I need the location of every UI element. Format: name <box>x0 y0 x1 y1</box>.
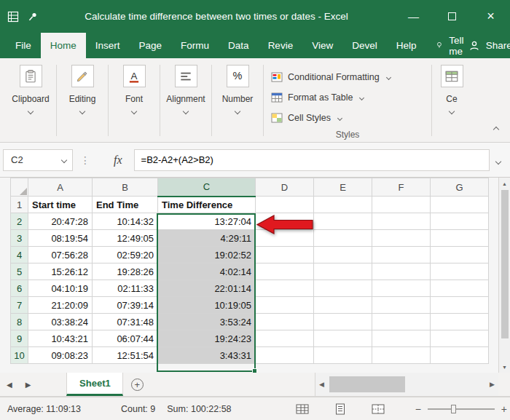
cell-E8[interactable] <box>314 314 372 330</box>
select-all-button[interactable] <box>11 178 28 197</box>
cell-D4[interactable] <box>256 247 314 264</box>
tab-formu[interactable]: Formu <box>171 33 219 58</box>
cell-C10[interactable]: 3:43:31 <box>158 347 256 364</box>
column-header-c[interactable]: C <box>158 178 256 197</box>
cell-A7[interactable]: 21:20:09 <box>28 297 93 314</box>
row-header-4[interactable]: 4 <box>11 247 28 264</box>
page-layout-view-icon[interactable] <box>334 403 347 415</box>
cell-A9[interactable]: 10:43:21 <box>28 330 93 347</box>
cell-F9[interactable] <box>372 330 431 347</box>
column-header-d[interactable]: D <box>256 178 314 197</box>
cell-B10[interactable]: 12:51:54 <box>93 347 158 364</box>
conditional-formatting-button[interactable]: Conditional Formatting <box>266 67 429 87</box>
cell-G2[interactable] <box>431 213 489 230</box>
collapse-ribbon-button[interactable] <box>492 119 501 137</box>
cell-C2[interactable]: 13:27:04 <box>158 213 256 230</box>
cell-B3[interactable]: 12:49:05 <box>93 230 158 247</box>
close-button[interactable]: × <box>471 0 510 33</box>
horizontal-scroll-thumb[interactable] <box>329 376 405 392</box>
cell-D1[interactable] <box>256 197 314 213</box>
cell-B5[interactable]: 19:28:26 <box>93 264 158 280</box>
horizontal-scroll-track[interactable] <box>328 373 486 396</box>
column-header-a[interactable]: A <box>28 178 93 197</box>
cell-A4[interactable]: 07:56:28 <box>28 247 93 264</box>
cell-D8[interactable] <box>256 314 314 330</box>
cell-B2[interactable]: 10:14:32 <box>93 213 158 230</box>
column-header-b[interactable]: B <box>93 178 158 197</box>
cell-C7[interactable]: 10:19:05 <box>158 297 256 314</box>
cell-F4[interactable] <box>372 247 431 264</box>
tab-help[interactable]: Help <box>387 33 426 58</box>
cell-C8[interactable]: 3:53:24 <box>158 314 256 330</box>
scroll-left-icon[interactable]: ◀ <box>315 381 328 388</box>
sheet-prev-icon[interactable]: ◀ <box>0 373 19 396</box>
zoom-in-icon[interactable]: + <box>501 403 507 415</box>
cell-G4[interactable] <box>431 247 489 264</box>
format-as-table-button[interactable]: Format as Table <box>266 87 429 108</box>
column-header-e[interactable]: E <box>314 178 372 197</box>
cell-C9[interactable]: 19:24:23 <box>158 330 256 347</box>
cell-A5[interactable]: 15:26:12 <box>28 264 93 280</box>
cell-G5[interactable] <box>431 264 489 280</box>
row-header-2[interactable]: 2 <box>11 213 28 230</box>
cell-B7[interactable]: 07:39:14 <box>93 297 158 314</box>
cell-F2[interactable] <box>372 213 431 230</box>
cell-F10[interactable] <box>372 347 431 364</box>
cell-E2[interactable] <box>314 213 372 230</box>
cell-B8[interactable]: 07:31:48 <box>93 314 158 330</box>
cell-G3[interactable] <box>431 230 489 247</box>
normal-view-icon[interactable] <box>296 403 309 415</box>
zoom-slider-thumb[interactable] <box>451 405 456 413</box>
cell-G1[interactable] <box>431 197 489 213</box>
cell-E10[interactable] <box>314 347 372 364</box>
zoom-out-icon[interactable]: − <box>415 403 421 415</box>
cell-F8[interactable] <box>372 314 431 330</box>
cell-A8[interactable]: 03:38:24 <box>28 314 93 330</box>
tab-page[interactable]: Page <box>130 33 172 58</box>
cell-E6[interactable] <box>314 280 372 297</box>
name-box[interactable]: C2 <box>3 149 73 171</box>
row-header-3[interactable]: 3 <box>11 230 28 247</box>
scroll-down-icon[interactable]: ▼ <box>499 361 510 373</box>
cell-D9[interactable] <box>256 330 314 347</box>
row-header-7[interactable]: 7 <box>11 297 28 314</box>
cell-A3[interactable]: 08:19:54 <box>28 230 93 247</box>
sheet-tab-sheet1[interactable]: Sheet1 <box>66 373 123 396</box>
column-header-f[interactable]: F <box>372 178 431 197</box>
formula-input[interactable]: =B2-A2+(A2>B2) <box>134 149 490 171</box>
tab-revie[interactable]: Revie <box>259 33 303 58</box>
cell-D2[interactable] <box>256 213 314 230</box>
cell-D3[interactable] <box>256 230 314 247</box>
cell-C5[interactable]: 4:02:14 <box>158 264 256 280</box>
cell-D5[interactable] <box>256 264 314 280</box>
column-header-g[interactable]: G <box>431 178 489 197</box>
minimize-button[interactable]: — <box>394 0 433 33</box>
cell-C3[interactable]: 4:29:11 <box>158 230 256 247</box>
cell-B1[interactable]: End Time <box>93 197 158 213</box>
cell-A6[interactable]: 04:10:19 <box>28 280 93 297</box>
tell-me-button[interactable]: Tell me <box>436 33 468 58</box>
page-break-preview-icon[interactable] <box>372 403 385 415</box>
vertical-scroll-thumb[interactable] <box>501 190 509 338</box>
cell-E3[interactable] <box>314 230 372 247</box>
row-header-1[interactable]: 1 <box>11 197 28 213</box>
zoom-slider[interactable] <box>428 408 495 410</box>
tab-home[interactable]: Home <box>41 33 86 58</box>
cell-D6[interactable] <box>256 280 314 297</box>
cell-G7[interactable] <box>431 297 489 314</box>
cell-G10[interactable] <box>431 347 489 364</box>
row-header-8[interactable]: 8 <box>11 314 28 330</box>
vertical-scrollbar[interactable]: ▲ ▼ <box>498 178 510 373</box>
cell-E5[interactable] <box>314 264 372 280</box>
cell-F1[interactable] <box>372 197 431 213</box>
formula-bar-expand-button[interactable] <box>496 154 501 167</box>
tab-data[interactable]: Data <box>219 33 259 58</box>
tab-view[interactable]: View <box>302 33 342 58</box>
cell-D7[interactable] <box>256 297 314 314</box>
font-group-button[interactable]: AFont <box>111 65 157 142</box>
scroll-up-icon[interactable]: ▲ <box>499 178 510 189</box>
cell-G9[interactable] <box>431 330 489 347</box>
tab-insert[interactable]: Insert <box>86 33 130 58</box>
cell-E4[interactable] <box>314 247 372 264</box>
row-header-9[interactable]: 9 <box>11 330 28 347</box>
